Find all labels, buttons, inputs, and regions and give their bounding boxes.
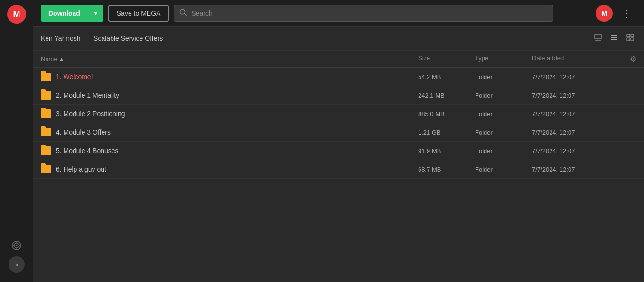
table-row[interactable]: 4. Module 3 Offers 1.21 GB Folder 7/7/20…	[33, 123, 644, 142]
chevron-right-icon: »	[15, 261, 18, 268]
target-icon	[9, 237, 25, 254]
sidebar: M »	[0, 0, 33, 282]
breadcrumb-root[interactable]: Ken Yarmosh	[41, 35, 81, 42]
file-date: 7/7/2024, 12:07	[532, 147, 617, 155]
file-name-cell: 2. Module 1 Mentality	[41, 91, 418, 100]
folder-icon	[41, 128, 51, 136]
file-name-cell: 3. Module 2 Positioning	[41, 109, 418, 118]
file-type: Folder	[475, 129, 532, 136]
file-date: 7/7/2024, 12:07	[532, 92, 617, 99]
download-button[interactable]: Download ▼	[41, 5, 103, 22]
file-date: 7/7/2024, 12:07	[532, 166, 617, 173]
table-row[interactable]: 5. Module 4 Bonuses 91.9 MB Folder 7/7/2…	[33, 142, 644, 160]
breadcrumb-separator: –	[85, 35, 89, 42]
svg-rect-9	[595, 34, 601, 39]
topbar: Download ▼ Save to MEGA M ⋮	[33, 0, 644, 27]
folder-icon	[41, 109, 51, 118]
mega-logo[interactable]: M	[7, 5, 26, 24]
svg-rect-14	[627, 34, 630, 37]
mega-logo-letter: M	[13, 9, 20, 19]
file-date: 7/7/2024, 12:07	[532, 110, 617, 118]
file-name: 3. Module 2 Positioning	[56, 110, 125, 118]
file-size: 885.0 MB	[418, 110, 475, 118]
file-name: 1. Welcome!	[56, 73, 93, 81]
view-controls	[592, 31, 636, 45]
file-date: 7/7/2024, 12:07	[532, 129, 617, 136]
file-name-cell: 4. Module 3 Offers	[41, 128, 418, 136]
file-type: Folder	[475, 73, 532, 81]
search-input[interactable]	[174, 5, 553, 22]
target-icon-wrap	[9, 237, 25, 254]
breadcrumb-bar: Ken Yarmosh – Scalable Service Offers	[33, 27, 644, 51]
file-type: Folder	[475, 110, 532, 118]
svg-line-8	[185, 14, 187, 16]
search-container	[174, 5, 553, 22]
view-image-button[interactable]	[592, 31, 604, 45]
folder-icon	[41, 91, 51, 100]
save-to-mega-button[interactable]: Save to MEGA	[108, 5, 169, 22]
file-type: Folder	[475, 166, 532, 173]
column-header-type[interactable]: Type	[475, 55, 532, 64]
sort-icon: ▲	[59, 56, 64, 62]
file-size: 1.21 GB	[418, 129, 475, 136]
svg-point-2	[16, 245, 18, 246]
settings-gear-icon[interactable]: ⚙	[630, 55, 636, 64]
svg-rect-17	[631, 38, 634, 41]
table-header: Name ▲ Size Type Date added ⚙	[33, 51, 644, 68]
file-name-cell: 6. Help a guy out	[41, 165, 418, 173]
more-menu-button[interactable]: ⋮	[618, 6, 636, 21]
table-row[interactable]: 2. Module 1 Mentality 242.1 MB Folder 7/…	[33, 86, 644, 105]
file-type: Folder	[475, 92, 532, 99]
download-dropdown-arrow[interactable]: ▼	[88, 10, 103, 17]
column-header-name[interactable]: Name ▲	[41, 55, 418, 64]
folder-icon	[41, 165, 51, 173]
svg-rect-16	[627, 38, 630, 41]
column-header-size[interactable]: Size	[418, 55, 475, 64]
file-name-cell: 1. Welcome!	[41, 73, 418, 81]
column-header-date[interactable]: Date added	[532, 55, 617, 64]
view-list-button[interactable]	[608, 31, 620, 45]
file-name-cell: 5. Module 4 Bonuses	[41, 146, 418, 155]
file-date: 7/7/2024, 12:07	[532, 73, 617, 81]
search-icon	[179, 9, 187, 18]
main-content: Download ▼ Save to MEGA M ⋮ Ken Yarmosh …	[33, 0, 644, 282]
file-size: 242.1 MB	[418, 92, 475, 99]
table-rows: 1. Welcome! 54.2 MB Folder 7/7/2024, 12:…	[33, 68, 644, 179]
file-size: 54.2 MB	[418, 73, 475, 81]
topbar-right: M ⋮	[596, 5, 636, 22]
sidebar-collapse-button[interactable]: »	[9, 256, 25, 273]
file-table: Name ▲ Size Type Date added ⚙ 1. Welcome…	[33, 51, 644, 282]
svg-rect-15	[631, 34, 634, 37]
view-grid-button[interactable]	[624, 31, 636, 45]
table-row[interactable]: 6. Help a guy out 68.7 MB Folder 7/7/202…	[33, 160, 644, 179]
avatar-letter: M	[601, 9, 607, 17]
avatar[interactable]: M	[596, 5, 613, 22]
file-name: 5. Module 4 Bonuses	[56, 147, 119, 155]
folder-icon	[41, 73, 51, 81]
breadcrumb: Ken Yarmosh – Scalable Service Offers	[41, 35, 163, 42]
file-name: 2. Module 1 Mentality	[56, 91, 119, 99]
file-name: 4. Module 3 Offers	[56, 128, 111, 136]
table-row[interactable]: 3. Module 2 Positioning 885.0 MB Folder …	[33, 105, 644, 123]
column-header-settings: ⚙	[617, 55, 636, 64]
file-size: 91.9 MB	[418, 147, 475, 155]
table-row[interactable]: 1. Welcome! 54.2 MB Folder 7/7/2024, 12:…	[33, 68, 644, 86]
file-name: 6. Help a guy out	[56, 165, 106, 173]
file-size: 68.7 MB	[418, 166, 475, 173]
breadcrumb-current: Scalable Service Offers	[93, 35, 163, 42]
folder-icon	[41, 146, 51, 155]
download-label: Download	[41, 9, 88, 17]
file-type: Folder	[475, 147, 532, 155]
